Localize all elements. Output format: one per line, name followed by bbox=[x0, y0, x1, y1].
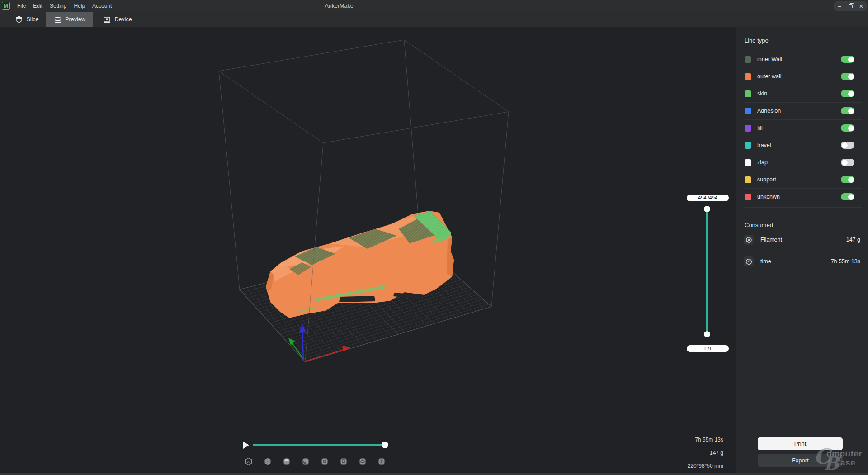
outer-wall-swatch bbox=[745, 73, 751, 80]
layer-bottom-value: 1 /1 bbox=[687, 345, 729, 352]
time-value: 7h 55m 13s bbox=[831, 258, 860, 265]
cube-front-view-icon[interactable] bbox=[321, 457, 329, 466]
filament-row: Filament 147 g bbox=[736, 230, 868, 250]
clock-icon bbox=[744, 256, 754, 266]
ankermake-window: M File Edit Setting Help Account AnkerMa… bbox=[0, 0, 868, 475]
filament-value: 147 g bbox=[846, 237, 860, 243]
line-type-panel: Line type inner Wall outer wall skin Adh… bbox=[736, 27, 868, 475]
zlap-label: zlap bbox=[757, 159, 841, 166]
stat-model-dimensions: 220*98*50 mm bbox=[688, 460, 723, 473]
skin-label: skin bbox=[757, 90, 841, 97]
outer-wall-label: outer wall bbox=[757, 73, 841, 80]
axis-x-arrow bbox=[342, 346, 350, 352]
line-type-row-adhesion: Adhesion bbox=[736, 102, 868, 119]
inner-wall-label: inner Wall bbox=[757, 56, 841, 62]
preview-3d-viewport[interactable]: 494 /494 1 /1 AI bbox=[0, 27, 736, 475]
travel-swatch bbox=[745, 142, 751, 149]
window-controls: – ✕ bbox=[834, 1, 867, 11]
line-type-row-travel: travel bbox=[736, 137, 868, 154]
outer-wall-toggle[interactable] bbox=[841, 73, 854, 80]
layer-slider-track[interactable] bbox=[706, 209, 708, 337]
view-preset-toolbar: AI bbox=[245, 457, 386, 466]
consumed-heading: Consumed bbox=[745, 222, 773, 228]
time-label: time bbox=[760, 258, 831, 265]
scene-canvas bbox=[0, 27, 736, 475]
axis-indicator bbox=[288, 324, 350, 361]
playback-progress-track[interactable] bbox=[253, 444, 385, 446]
tab-device-label: Device bbox=[114, 16, 132, 23]
skin-toggle[interactable] bbox=[841, 90, 854, 97]
tabbar: Slice Preview Device bbox=[0, 12, 868, 27]
travel-toggle[interactable] bbox=[841, 142, 854, 149]
line-type-row-unknown: unkonwn bbox=[736, 188, 868, 205]
playback-progress-thumb[interactable] bbox=[382, 442, 388, 448]
layer-top-value: 494 /494 bbox=[687, 195, 729, 201]
print-button[interactable]: Print bbox=[758, 437, 843, 450]
minimize-icon[interactable]: – bbox=[835, 2, 844, 11]
tab-device[interactable]: Device bbox=[96, 12, 139, 27]
line-type-row-outer-wall: outer wall bbox=[736, 68, 868, 85]
adhesion-swatch bbox=[745, 108, 751, 114]
ankermake-logo-icon: M bbox=[2, 2, 10, 10]
unknown-toggle[interactable] bbox=[841, 193, 854, 200]
menu-file[interactable]: File bbox=[17, 3, 26, 9]
unknown-label: unkonwn bbox=[757, 194, 841, 200]
print-stats: 7h 55m 13s 147 g 220*98*50 mm bbox=[688, 433, 723, 473]
tab-slice-label: Slice bbox=[26, 16, 38, 23]
play-button[interactable] bbox=[243, 442, 249, 449]
line-type-heading: Line type bbox=[745, 37, 769, 44]
tab-preview-label: Preview bbox=[65, 16, 85, 23]
zlap-toggle[interactable] bbox=[841, 159, 854, 166]
stat-print-time: 7h 55m 13s bbox=[688, 433, 723, 446]
line-type-row-zlap: zlap bbox=[736, 154, 868, 171]
skin-swatch bbox=[745, 90, 751, 97]
tab-slice[interactable]: Slice bbox=[8, 12, 46, 27]
unknown-swatch bbox=[745, 194, 751, 200]
fill-toggle[interactable] bbox=[841, 124, 854, 132]
support-toggle[interactable] bbox=[841, 176, 854, 183]
layer-slider-bottom-handle[interactable] bbox=[704, 331, 710, 337]
zlap-swatch bbox=[745, 159, 751, 166]
menu-help[interactable]: Help bbox=[74, 3, 85, 9]
inner-wall-swatch bbox=[745, 56, 751, 63]
model-car bbox=[266, 211, 454, 318]
line-type-row-fill: fill bbox=[736, 119, 868, 137]
fill-label: fill bbox=[757, 125, 841, 131]
support-swatch bbox=[745, 176, 751, 183]
device-printer-icon bbox=[103, 16, 111, 23]
restore-icon[interactable] bbox=[845, 2, 855, 11]
svg-text:AI: AI bbox=[247, 460, 250, 463]
support-label: support bbox=[757, 176, 841, 183]
line-type-row-support: support bbox=[736, 171, 868, 188]
cube-iso-view-icon[interactable] bbox=[283, 457, 291, 466]
time-row: time 7h 55m 13s bbox=[736, 252, 868, 271]
menu-setting[interactable]: Setting bbox=[50, 3, 66, 9]
cube-left-view-icon[interactable] bbox=[359, 457, 367, 466]
adhesion-toggle[interactable] bbox=[841, 107, 854, 114]
inner-wall-toggle[interactable] bbox=[841, 56, 854, 63]
titlebar: M File Edit Setting Help Account AnkerMa… bbox=[0, 0, 868, 12]
tab-preview[interactable]: Preview bbox=[46, 12, 93, 27]
travel-label: travel bbox=[757, 142, 841, 148]
layer-slider-top-handle[interactable] bbox=[704, 206, 710, 212]
cube-back-view-icon[interactable] bbox=[340, 457, 348, 466]
preview-layers-icon bbox=[54, 16, 61, 23]
menu-edit[interactable]: Edit bbox=[33, 3, 42, 9]
export-button[interactable]: Export bbox=[758, 454, 843, 467]
cube-right-view-icon[interactable] bbox=[377, 457, 386, 466]
slice-cube-icon bbox=[15, 16, 23, 23]
window-title: AnkerMake bbox=[325, 0, 353, 12]
filament-spool-icon bbox=[744, 235, 754, 245]
line-type-row-skin: skin bbox=[736, 85, 868, 102]
close-icon[interactable]: ✕ bbox=[856, 2, 866, 11]
menu-account[interactable]: Account bbox=[92, 3, 112, 9]
fill-swatch bbox=[745, 125, 751, 132]
ai-view-icon[interactable]: AI bbox=[245, 457, 253, 466]
line-type-row-inner-wall: inner Wall bbox=[736, 51, 868, 68]
cube-corner-view-icon[interactable] bbox=[302, 457, 310, 466]
window-bottom-edge bbox=[0, 473, 868, 475]
sphere-view-icon[interactable] bbox=[264, 457, 272, 466]
filament-label: Filament bbox=[760, 237, 846, 243]
stat-filament-weight: 147 g bbox=[688, 446, 723, 460]
adhesion-label: Adhesion bbox=[757, 108, 841, 114]
